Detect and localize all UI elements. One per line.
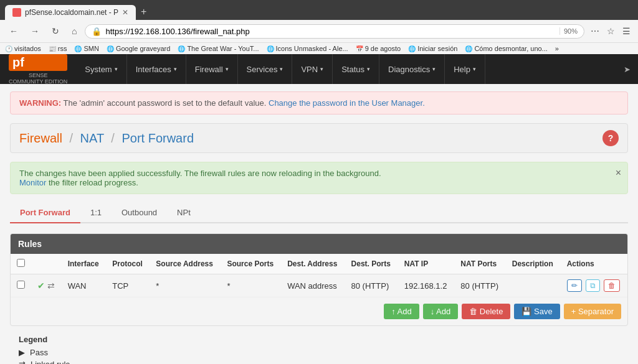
- rules-table-head: Interface Protocol Source Address Source…: [11, 254, 627, 274]
- rules-table: Interface Protocol Source Address Source…: [11, 254, 627, 297]
- nav-label-diagnostics: Diagnostics: [388, 65, 430, 74]
- row-dest-address: WAN address: [281, 274, 345, 297]
- nav-label-interfaces: Interfaces: [136, 65, 171, 74]
- breadcrumb-sep-2: /: [111, 131, 115, 145]
- warning-label: WARNING:: [19, 98, 61, 108]
- success-alert: The changes have been applied successful…: [10, 162, 628, 194]
- nav-label-firewall: Firewall: [195, 65, 223, 74]
- chevron-down-icon: ▾: [226, 66, 229, 72]
- row-protocol: TCP: [106, 274, 150, 297]
- browser-chrome: pfSense.localdomain.net - P ✕ +: [0, 0, 638, 20]
- url-input[interactable]: [105, 27, 556, 36]
- breadcrumb-firewall[interactable]: Firewall: [19, 131, 62, 145]
- breadcrumb-nat[interactable]: NAT: [80, 131, 104, 145]
- reload-button[interactable]: ↻: [47, 24, 64, 39]
- nav-item-status[interactable]: Status ▾: [333, 54, 379, 84]
- col-header-description: Description: [506, 254, 561, 274]
- row-source-ports: *: [221, 274, 281, 297]
- row-icons-cell: ✔ ⇄: [31, 274, 62, 297]
- forward-button[interactable]: →: [26, 24, 44, 39]
- delete-rule-button[interactable]: 🗑: [604, 279, 620, 292]
- back-button[interactable]: ←: [5, 24, 22, 39]
- home-button[interactable]: ⌂: [67, 24, 81, 39]
- col-header-checkbox: [11, 254, 31, 274]
- nav-item-interfaces[interactable]: Interfaces ▾: [127, 54, 186, 84]
- bookmark-9agosto[interactable]: 📅9 de agosto: [356, 45, 401, 52]
- nav-item-diagnostics[interactable]: Diagnostics ▾: [379, 54, 445, 84]
- main-content: WARNING: The 'admin' account password is…: [0, 84, 638, 364]
- browser-tab-active[interactable]: pfSense.localdomain.net - P ✕: [5, 5, 136, 20]
- select-all-checkbox[interactable]: [17, 259, 25, 267]
- bookmark-icons-unmasked[interactable]: 🌐Icons Unmasked - Ale...: [267, 45, 348, 52]
- chevron-down-icon: ▾: [473, 66, 476, 72]
- success-link-suffix: the filter reload progress.: [49, 178, 138, 187]
- chevron-down-icon: ▾: [115, 66, 118, 72]
- nav-item-help[interactable]: Help ▾: [445, 54, 485, 84]
- extensions-icon[interactable]: ⋯: [588, 25, 602, 37]
- alert-close-button[interactable]: ×: [616, 167, 621, 179]
- tab-favicon: [12, 8, 21, 17]
- bookmark-google-graveyard[interactable]: 🌐Google graveyard: [107, 45, 170, 52]
- zoom-level: 90%: [559, 27, 578, 35]
- row-checkbox[interactable]: [17, 281, 25, 289]
- linked-rule-icon: ⇄: [47, 281, 55, 291]
- nav-label-vpn: VPN: [301, 65, 318, 74]
- logo-subtitle: SENSECOMMUNITY EDITION: [9, 72, 67, 85]
- nav-item-services[interactable]: Services ▾: [238, 54, 293, 84]
- pass-legend-label: Pass: [30, 348, 48, 357]
- tab-outbound[interactable]: Outbound: [112, 203, 167, 222]
- add-rule-down-button[interactable]: ↓ Add: [423, 304, 459, 319]
- legend-item-linked: ⇄ Linked rule: [19, 360, 619, 364]
- bookmark-icon[interactable]: ☆: [604, 25, 617, 37]
- edit-rule-button[interactable]: ✏: [567, 279, 582, 292]
- row-nat-ip: 192.168.1.2: [398, 274, 455, 297]
- pf-logo[interactable]: pf SENSECOMMUNITY EDITION: [0, 49, 76, 90]
- chevron-down-icon: ▾: [174, 66, 177, 72]
- help-button[interactable]: ?: [602, 130, 619, 146]
- bookmark-smn[interactable]: 🌐SMN: [74, 45, 98, 52]
- nav-label-help: Help: [454, 65, 470, 74]
- monitor-link[interactable]: Monitor: [19, 178, 46, 187]
- add-rule-up-button[interactable]: ↑ Add: [384, 304, 419, 319]
- col-header-source-ports: Source Ports: [221, 254, 281, 274]
- breadcrumb-current: Port Forward: [121, 131, 194, 145]
- bookmark-great-war[interactable]: 🌐The Great War - YouT...: [178, 45, 259, 52]
- rules-title: Rules: [18, 239, 42, 249]
- tab-1-1[interactable]: 1:1: [80, 203, 112, 222]
- chevron-down-icon: ▾: [432, 66, 436, 72]
- delete-selected-button[interactable]: 🗑 Delete: [462, 304, 510, 319]
- linked-legend-icon: ⇄: [19, 360, 26, 364]
- bookmark-desmontar[interactable]: 🌐Cómo desmontar, uno...: [465, 45, 547, 52]
- table-row: ✔ ⇄ WAN TCP * * WAN address 80 (HTTP) 19…: [11, 274, 627, 297]
- nav-item-system[interactable]: System ▾: [76, 54, 126, 84]
- new-tab-button[interactable]: +: [136, 4, 151, 20]
- lock-icon: 🔒: [92, 27, 102, 36]
- rules-panel: Rules Interface Protocol Source Address …: [10, 233, 628, 326]
- nat-tabs: Port Forward 1:1 Outbound NPt: [10, 203, 628, 223]
- action-icons: ✏ ⧉ 🗑: [567, 279, 621, 292]
- copy-rule-button[interactable]: ⧉: [586, 279, 600, 292]
- nav-label-system: System: [85, 65, 112, 74]
- pf-navbar: pf SENSECOMMUNITY EDITION System ▾ Inter…: [0, 54, 638, 84]
- save-button[interactable]: 💾 Save: [514, 304, 559, 319]
- tab-npt[interactable]: NPt: [167, 203, 201, 222]
- nav-item-vpn[interactable]: VPN ▾: [292, 54, 333, 84]
- chevron-down-icon: ▾: [367, 66, 370, 72]
- add-separator-button[interactable]: + Separator: [564, 304, 621, 319]
- nav-logout-icon[interactable]: ➤: [624, 65, 638, 74]
- breadcrumb-sep-1: /: [69, 131, 73, 145]
- tab-close-button[interactable]: ✕: [122, 8, 128, 17]
- nav-item-firewall[interactable]: Firewall ▾: [186, 54, 238, 84]
- menu-icon[interactable]: ☰: [620, 25, 633, 37]
- legend-title: Legend: [19, 335, 619, 344]
- nav-label-services: Services: [247, 65, 278, 74]
- legend-item-pass: ▶ Pass: [19, 348, 619, 357]
- col-header-dest-address: Dest. Address: [281, 254, 345, 274]
- pass-legend-icon: ▶: [19, 348, 25, 357]
- browser-tabs: pfSense.localdomain.net - P ✕ +: [5, 4, 633, 20]
- change-password-link[interactable]: Change the password in the User Manager.: [269, 98, 425, 108]
- tab-port-forward[interactable]: Port Forward: [10, 203, 80, 223]
- col-header-source-address: Source Address: [150, 254, 221, 274]
- bookmark-iniciar[interactable]: 🌐Iniciar sesión: [408, 45, 457, 52]
- more-bookmarks-icon[interactable]: »: [555, 45, 559, 52]
